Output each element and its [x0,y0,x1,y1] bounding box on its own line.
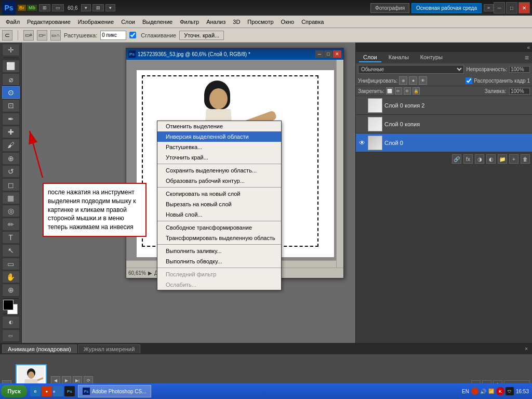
gradient-tool[interactable]: ▦ [2,192,20,204]
fill-input[interactable] [509,88,530,95]
ctx-save-selection[interactable]: Сохранить выделенную область... [157,165,281,176]
layer-fx-icon[interactable]: fx [463,154,473,164]
layer-item[interactable]: Слой 0 копия [356,115,532,134]
unify-visibility-icon[interactable]: 👁 [419,76,427,85]
lock-position-icon[interactable]: ✛ [404,87,411,95]
layer-delete-icon[interactable]: 🗑 [521,154,530,164]
magic-wand-tool[interactable]: ⊙ [2,86,20,99]
ctx-invert-selection[interactable]: Инверсия выделенной области [157,131,281,142]
move-tool[interactable]: ✛ [2,44,20,56]
tab-measurement-log[interactable]: Журнал измерений [78,344,141,353]
selection-mode-sub[interactable]: ▭− [37,30,47,41]
menu-analysis[interactable]: Анализ [203,18,229,26]
tab-layers[interactable]: Слои [359,53,381,62]
doc-minimize-btn[interactable]: ─ [315,50,324,58]
menu-edit[interactable]: Редактирование [23,18,74,26]
tab-animation[interactable]: Анимация (покадровая) [2,344,77,353]
layer-visibility-toggle[interactable]: 👁 [358,139,366,147]
ie2-icon[interactable]: e [53,386,63,396]
doc-restore-btn[interactable]: □ [324,50,332,58]
type-tool[interactable]: T [2,231,20,244]
ctx-feather[interactable]: Растушевка... [157,142,281,152]
shape-tool[interactable]: ▭ [2,258,20,270]
arrange-btn[interactable]: ⊞ [92,4,104,11]
menu-image[interactable]: Изображение [74,18,117,26]
network-icon[interactable]: 📶 [488,388,495,395]
screen-mode-tool[interactable]: ▭ [2,329,20,342]
pen-tool[interactable]: ✏ [2,218,20,230]
spread-frame-checkbox[interactable] [466,77,472,84]
layer-item-active[interactable]: 👁 Слой 0 [356,134,532,152]
bottom-panel-collapse[interactable]: × [523,346,530,352]
hand-tool[interactable]: ✋ [2,271,20,283]
minimize-btn[interactable]: ─ [494,2,505,14]
rectangle-select-tool[interactable]: ⬜ [2,60,20,72]
doc-close-btn[interactable]: ✕ [333,50,341,58]
shield-icon[interactable]: 🛡 [506,387,514,395]
layer-folder-icon[interactable]: 📁 [498,154,507,164]
language-indicator[interactable]: EN [462,389,469,394]
zoom-dropdown-btn[interactable]: ▾ [81,4,91,11]
feather-input[interactable] [100,31,126,40]
br-badge[interactable]: Br [18,5,26,11]
ctx-deselect[interactable]: Отменить выделение [157,121,281,131]
ie-icon[interactable]: e [30,386,41,396]
layer-visibility-toggle[interactable] [358,101,366,110]
mb-badge[interactable]: Mb [27,5,37,11]
menu-window[interactable]: Окно [277,18,298,26]
start-button[interactable]: Пуск [1,385,27,397]
ctx-cut-to-new[interactable]: Вырезать на новый слой [157,199,281,209]
ps-taskbar-icon[interactable]: Ps [64,386,75,396]
blend-mode-select[interactable]: Обычные [358,65,464,74]
restore-btn[interactable]: □ [506,2,517,14]
menu-view[interactable]: Просмотр [244,18,277,26]
vertical-scrollbar[interactable] [336,60,343,268]
path-select-tool[interactable]: ↖ [2,244,20,257]
layer-new-icon[interactable]: + [509,154,518,164]
ctx-new-layer[interactable]: Новый слой... [157,209,281,220]
healing-tool[interactable]: ✚ [2,126,20,138]
view-mode-btn[interactable]: ⊞ [39,4,50,11]
lock-all-icon[interactable]: 🔒 [413,87,420,95]
ctx-copy-to-new[interactable]: Скопировать на новый слой [157,189,281,199]
lasso-select-tool[interactable]: ⌀ [2,73,20,86]
layer-link-icon[interactable]: 🔗 [452,154,461,164]
workspace-more-btn[interactable]: » [484,4,494,11]
menu-file[interactable]: Файл [2,18,23,26]
zoom-tool[interactable]: ⊕ [2,284,20,296]
menu-help[interactable]: Справка [298,18,327,26]
opacity-input[interactable] [509,66,530,73]
workspace-main-btn[interactable]: Основная рабочая среда [411,3,482,13]
crop-tool[interactable]: ⊡ [2,99,20,112]
panel-menu-icon[interactable]: ≡ [525,54,529,62]
lock-image-icon[interactable]: ✏ [395,87,402,95]
layer-visibility-toggle[interactable] [358,120,366,128]
screen-mode-btn[interactable]: ▭ [52,4,64,11]
fire-icon[interactable]: ● [42,386,52,396]
layer-mask-icon[interactable]: ◑ [475,154,484,164]
lock-transparent-icon[interactable]: ⬜ [386,87,393,95]
menu-select[interactable]: Выделение [139,18,176,26]
menu-filter[interactable]: Фильтр [176,18,203,26]
refine-edge-btn[interactable]: Уточн. край... [179,31,224,40]
taskbar-app-photoshop[interactable]: Ps Adobe Photoshop CS... [78,385,151,397]
tab-paths[interactable]: Контуры [416,53,447,62]
smooth-checkbox[interactable] [129,32,136,38]
dodge-tool[interactable]: ◎ [2,205,20,217]
eraser-tool[interactable]: ◻ [2,178,20,191]
av-icon[interactable]: K [496,387,504,395]
unify-style-icon[interactable]: ★ [409,76,417,85]
close-btn[interactable]: ✕ [518,2,530,14]
ctx-free-transform[interactable]: Свободное трансформирование [157,222,281,233]
arrange-dropdown-btn[interactable]: ▾ [105,4,115,11]
history-tool[interactable]: ↺ [2,165,20,178]
status-arrow[interactable]: ▶ [148,270,152,276]
ctx-stroke[interactable]: Выполнить обводку... [157,256,281,267]
workspace-photo-btn[interactable]: Фотография [370,3,409,13]
tab-channels[interactable]: Каналы [384,53,413,62]
unify-position-icon[interactable]: ⊕ [399,76,407,85]
layer-adjust-icon[interactable]: ◐ [486,154,496,164]
menu-layers[interactable]: Слои [117,18,139,26]
ctx-fill[interactable]: Выполнить заливку... [157,246,281,256]
selection-mode-add[interactable]: ▭+ [23,30,34,41]
